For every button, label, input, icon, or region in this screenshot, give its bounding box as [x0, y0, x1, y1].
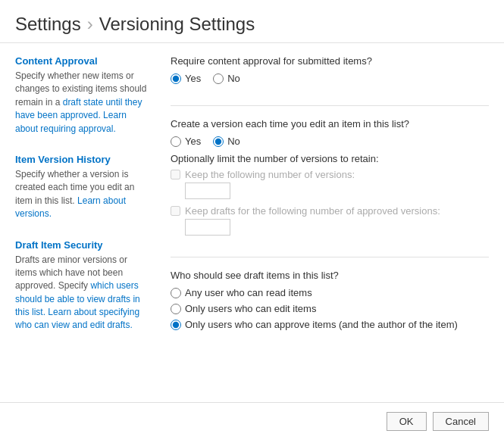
draft-any-user-option[interactable]: Any user who can read items: [171, 287, 489, 298]
version-history-question: Create a version each time you edit an i…: [171, 118, 489, 130]
content-approval-radio-row: Yes No: [171, 73, 489, 84]
optional-versions-section: Optionally limit the number of versions …: [171, 153, 489, 236]
draft-approve-users-radio[interactable]: [171, 320, 181, 330]
page-title: Versioning Settings: [99, 14, 255, 35]
keep-versions-checkbox[interactable]: [171, 170, 180, 179]
version-history-section: Item Version History Specify whether a v…: [15, 154, 148, 221]
content-approval-question: Require content approval for submitted i…: [171, 55, 489, 67]
version-history-no-option[interactable]: No: [213, 136, 240, 147]
page-header: Settings › Versioning Settings: [0, 0, 504, 43]
keep-versions-option: Keep the following number of versions:: [171, 169, 489, 199]
draft-any-user-label[interactable]: Any user who can read items: [185, 287, 312, 298]
version-history-right: Create a version each time you edit an i…: [171, 118, 489, 236]
draft-security-section: Draft Item Security Drafts are minor ver…: [15, 239, 148, 332]
breadcrumb-separator: ›: [87, 14, 93, 35]
content-approval-no-option[interactable]: No: [213, 73, 240, 84]
draft-security-right: Who should see draft items in this list?…: [171, 270, 489, 330]
left-panel: Content Approval Specify whether new ite…: [15, 55, 163, 351]
content-approval-desc: Specify whether new items or changes to …: [15, 70, 148, 136]
draft-security-title: Draft Item Security: [15, 239, 148, 251]
keep-versions-label: Keep the following number of versions:: [185, 169, 355, 180]
version-history-desc: Specify whether a version is created eac…: [15, 168, 148, 221]
keep-drafts-checkbox[interactable]: [171, 206, 180, 216]
content-approval-no-radio[interactable]: [213, 73, 224, 84]
draft-edit-users-label[interactable]: Only users who can edit items: [185, 303, 316, 314]
draft-approve-users-label[interactable]: Only users who can approve items (and th…: [185, 319, 458, 330]
version-history-radio-row: Yes No: [171, 136, 489, 147]
draft-edit-users-radio[interactable]: [171, 304, 181, 314]
ok-button[interactable]: OK: [387, 412, 427, 431]
draft-security-question: Who should see draft items in this list?: [171, 270, 489, 281]
content-approval-right: Require content approval for submitted i…: [171, 55, 489, 84]
content-approval-yes-option[interactable]: Yes: [171, 73, 201, 84]
divider-2: [171, 257, 489, 257]
keep-drafts-option: Keep drafts for the following number of …: [171, 205, 489, 236]
right-panel: Require content approval for submitted i…: [163, 55, 489, 351]
cancel-button[interactable]: Cancel: [433, 412, 489, 431]
optional-title: Optionally limit the number of versions …: [171, 153, 489, 164]
version-history-yes-radio[interactable]: [171, 136, 181, 147]
draft-security-desc: Drafts are minor versions or items which…: [15, 254, 148, 332]
draft-approve-users-option[interactable]: Only users who can approve items (and th…: [171, 319, 489, 330]
keep-drafts-label: Keep drafts for the following number of …: [185, 205, 440, 217]
content-area: Content Approval Specify whether new ite…: [0, 43, 504, 364]
version-history-yes-label[interactable]: Yes: [185, 136, 201, 147]
draft-any-user-radio[interactable]: [171, 288, 181, 298]
draft-edit-users-option[interactable]: Only users who can edit items: [171, 303, 489, 314]
keep-drafts-checkbox-row[interactable]: Keep drafts for the following number of …: [171, 205, 489, 217]
version-history-link[interactable]: Learn about versions.: [15, 195, 126, 219]
keep-drafts-input[interactable]: [185, 219, 230, 236]
checkbox-row: Keep the following number of versions: K…: [171, 169, 489, 236]
divider-1: [171, 105, 489, 106]
keep-versions-input[interactable]: [185, 183, 230, 199]
content-approval-yes-radio[interactable]: [171, 73, 181, 84]
footer-buttons: OK Cancel: [0, 402, 504, 440]
content-approval-section: Content Approval Specify whether new ite…: [15, 55, 148, 136]
content-approval-no-label[interactable]: No: [227, 73, 240, 84]
version-history-yes-option[interactable]: Yes: [171, 136, 201, 147]
settings-label: Settings: [15, 14, 81, 35]
keep-versions-checkbox-row[interactable]: Keep the following number of versions:: [171, 169, 489, 180]
content-approval-title: Content Approval: [15, 55, 148, 67]
version-history-no-label[interactable]: No: [227, 136, 240, 147]
content-approval-yes-label[interactable]: Yes: [185, 73, 201, 84]
version-history-title: Item Version History: [15, 154, 148, 165]
version-history-no-radio[interactable]: [213, 136, 224, 147]
draft-security-radio-stack: Any user who can read items Only users w…: [171, 287, 489, 330]
